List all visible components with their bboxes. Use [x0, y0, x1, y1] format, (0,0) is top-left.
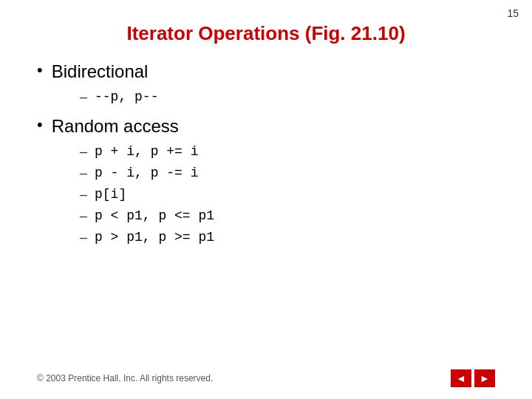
section-bidirectional: • Bidirectional – --p, p--: [37, 60, 495, 107]
prev-arrow-icon: ◄: [456, 373, 466, 383]
sub-item-random-2: – p[i]: [80, 185, 495, 205]
nav-prev-button[interactable]: ◄: [451, 369, 471, 387]
sub-code-bidirectional-0: --p, p--: [95, 87, 158, 107]
footer-copyright: © 2003 Prentice Hall, Inc. All rights re…: [37, 373, 213, 383]
nav-buttons: ◄ ►: [451, 369, 495, 387]
bullet-random-access: • Random access: [37, 115, 495, 137]
sub-list-bidirectional: – --p, p--: [80, 87, 495, 107]
sub-item-random-0: – p + i, p += i: [80, 142, 495, 162]
sub-dash-r4: –: [80, 228, 87, 248]
sub-code-random-1: p - i, p -= i: [95, 163, 198, 183]
sub-dash: –: [80, 87, 87, 107]
sub-item-random-3: – p < p1, p <= p1: [80, 206, 495, 226]
slide-title: Iterator Operations (Fig. 21.10): [37, 22, 495, 45]
sub-dash-r3: –: [80, 206, 87, 226]
bullet-bidirectional: • Bidirectional: [37, 60, 495, 83]
bullet-dot-1: •: [37, 60, 43, 81]
next-arrow-icon: ►: [480, 373, 490, 383]
sub-dash-r1: –: [80, 163, 87, 183]
sub-code-random-4: p > p1, p >= p1: [95, 228, 214, 248]
bullet-text-bidirectional: Bidirectional: [52, 60, 149, 83]
bullet-dot-2: •: [37, 115, 43, 136]
section-random-access: • Random access – p + i, p += i – p - i,…: [37, 115, 495, 248]
sub-code-random-3: p < p1, p <= p1: [95, 206, 214, 226]
slide: 15 Iterator Operations (Fig. 21.10) • Bi…: [0, 0, 532, 399]
sub-item-random-1: – p - i, p -= i: [80, 163, 495, 183]
nav-next-button[interactable]: ►: [474, 369, 495, 387]
slide-number: 15: [507, 7, 519, 19]
sub-item-random-4: – p > p1, p >= p1: [80, 228, 495, 248]
footer: © 2003 Prentice Hall, Inc. All rights re…: [0, 369, 532, 387]
bullet-text-random-access: Random access: [52, 115, 179, 137]
sub-code-random-0: p + i, p += i: [95, 142, 198, 162]
sub-item-bidirectional-0: – --p, p--: [80, 87, 495, 107]
sub-dash-r0: –: [80, 142, 87, 162]
sub-code-random-2: p[i]: [95, 185, 126, 205]
sub-list-random-access: – p + i, p += i – p - i, p -= i – p[i] –…: [80, 142, 495, 248]
sub-dash-r2: –: [80, 185, 87, 205]
